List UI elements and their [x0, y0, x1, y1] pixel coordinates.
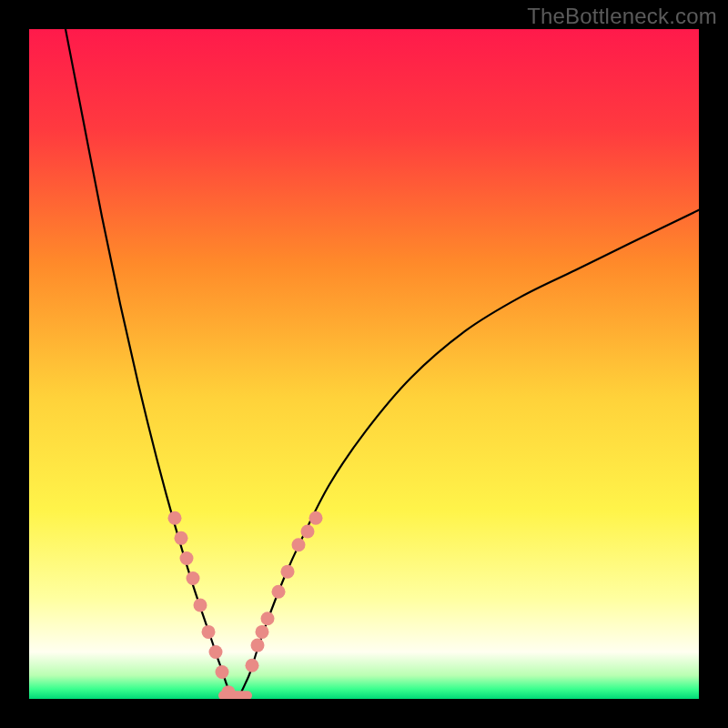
curve-marker	[292, 538, 306, 551]
watermark-text: TheBottleneck.com	[527, 4, 717, 29]
markers-right-arm	[246, 511, 323, 672]
chart-frame: TheBottleneck.com	[0, 0, 728, 728]
curve-marker	[216, 665, 229, 679]
marker-layer	[29, 29, 699, 699]
curve-marker	[261, 612, 275, 625]
curve-marker	[194, 598, 207, 612]
curve-marker	[209, 645, 223, 659]
curve-marker	[187, 571, 200, 585]
plot-area	[29, 29, 699, 699]
curve-marker	[301, 525, 315, 539]
curve-marker	[180, 551, 194, 565]
markers-left-arm	[168, 511, 236, 699]
curve-marker	[309, 511, 323, 525]
curve-marker	[168, 511, 182, 525]
curve-marker	[175, 531, 188, 545]
curve-marker	[281, 565, 295, 579]
curve-marker	[272, 585, 286, 599]
curve-marker	[256, 625, 269, 639]
curve-marker	[246, 659, 259, 672]
curve-marker	[202, 625, 216, 639]
curve-marker	[251, 639, 265, 652]
